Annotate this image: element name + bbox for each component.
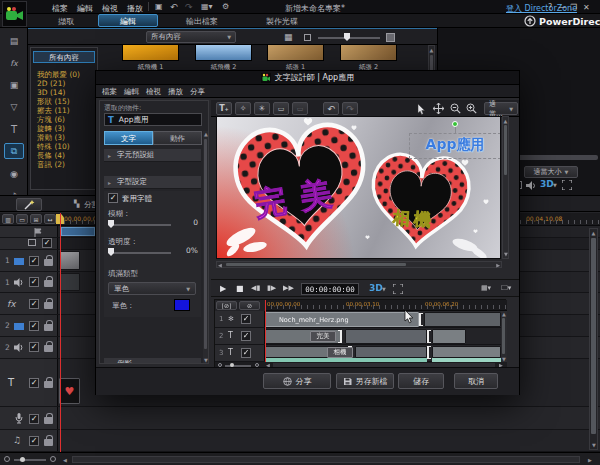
designer-zoom-dropdown[interactable]: 適當... ▼ — [484, 102, 518, 115]
play-icon[interactable]: ▶ — [220, 284, 226, 293]
lock-icon[interactable] — [44, 439, 53, 446]
section-reflection[interactable]: 倒影 — [104, 358, 201, 364]
thumbnail-1[interactable] — [122, 44, 179, 61]
track-voice[interactable]: ✓ — [0, 407, 600, 430]
track-enable-checkbox[interactable]: ✓ — [29, 436, 39, 446]
apply-font-face-checkbox[interactable]: ✓ — [108, 193, 118, 203]
scroll-up-icon[interactable]: ▲ — [590, 230, 597, 236]
designer-vscroll[interactable]: ▲ ▼ — [501, 311, 507, 362]
group-button[interactable]: ▭ — [292, 102, 308, 115]
fullscreen-icon[interactable] — [562, 180, 572, 190]
dialog-menu-view[interactable]: 檢視 — [146, 87, 161, 97]
fit-timeline-icon[interactable]: ↔ — [44, 214, 56, 224]
effect-room-icon[interactable]: fx — [4, 55, 24, 71]
title-text-app[interactable]: App應用 — [410, 136, 500, 154]
track-enable-checkbox[interactable]: ✓ — [241, 314, 251, 324]
range-select-icon[interactable]: ▭ — [16, 214, 28, 224]
align-button[interactable]: ▭ — [273, 102, 289, 115]
track-enable-checkbox[interactable]: ✓ — [29, 256, 39, 266]
pip-objects-room-icon[interactable]: ▣ — [4, 77, 24, 93]
menu-play[interactable]: 播放 — [127, 3, 143, 14]
designer-track-3[interactable]: 3 T ✓ 相機 — [215, 345, 507, 362]
dialog-menu-play[interactable]: 播放 — [168, 87, 183, 97]
chapter-flag-icon[interactable] — [28, 239, 36, 246]
blur-slider-thumb[interactable] — [108, 220, 114, 228]
category-audio[interactable]: 音訊 (2) — [37, 160, 65, 170]
insert-particle-button[interactable]: ✧ — [235, 102, 251, 115]
title-clip-b[interactable] — [345, 329, 427, 344]
designer-playhead[interactable] — [265, 300, 266, 362]
lock-icon[interactable] — [44, 345, 53, 352]
menu-edit[interactable]: 編輯 — [77, 3, 93, 14]
monitor-options-icon[interactable]: 🖵▾ — [501, 284, 511, 292]
preview-vscroll[interactable]: ▲ ▼ — [502, 116, 509, 259]
save-project-icon[interactable]: ▣ — [155, 2, 163, 11]
audio-clip[interactable] — [59, 273, 80, 291]
timeline-vscroll[interactable]: ▲ ▼ — [589, 228, 598, 450]
color-swatch[interactable] — [174, 299, 190, 311]
dialog-menu-edit[interactable]: 編輯 — [124, 87, 139, 97]
cancel-button[interactable]: 取消 — [454, 373, 498, 389]
help-button[interactable]: ? — [548, 3, 552, 12]
dialog-menu-file[interactable]: 檔案 — [102, 87, 117, 97]
title-clip-c[interactable] — [432, 329, 466, 344]
lock-icon[interactable] — [44, 302, 53, 309]
select-tool-icon[interactable] — [417, 104, 427, 115]
login-directorzone-link[interactable]: 登入 DirectorZone — [506, 3, 577, 14]
opacity-slider[interactable] — [109, 252, 171, 254]
track-enable-checkbox[interactable]: ✓ — [29, 277, 39, 287]
settings-gear-icon[interactable]: ⚙ — [222, 2, 229, 11]
designer-track-1[interactable]: 1 ✻ ✓ Noch_mehr_Herz.png — [215, 311, 507, 328]
section-character-presets[interactable]: 字元預設組 — [104, 149, 201, 162]
redo-button[interactable]: ↷ — [342, 102, 358, 115]
lock-icon[interactable] — [44, 324, 53, 331]
add-track-icon[interactable]: ⊞ — [30, 214, 42, 224]
save-button[interactable]: 儲存 — [398, 373, 444, 389]
rotate-handle[interactable] — [452, 121, 458, 127]
thumb-size-small-icon[interactable] — [304, 34, 311, 41]
minimize-button[interactable]: — — [558, 3, 566, 12]
zoom-out-icon[interactable] — [4, 456, 10, 462]
zoom-out-tool-icon[interactable] — [450, 103, 461, 114]
category-all-selected[interactable]: 所有內容 — [33, 51, 95, 63]
stop-icon[interactable]: ■ — [236, 284, 244, 293]
transition-room-icon[interactable]: ⧉ — [4, 143, 24, 159]
undo-icon[interactable]: ↶ — [170, 2, 178, 12]
lock-icon[interactable] — [44, 381, 53, 388]
audio-mixing-room-icon[interactable]: ◉ — [4, 166, 24, 182]
properties-scrollbar[interactable]: ▲ ▼ — [203, 131, 209, 363]
title-clip-c[interactable] — [432, 346, 501, 358]
tab-motion[interactable]: 動作 — [153, 131, 202, 145]
track-manager-icon[interactable]: ▥ — [2, 214, 14, 224]
save-as-button[interactable]: 另存新檔 — [336, 373, 394, 389]
title-text-sub[interactable]: 相機 — [391, 207, 435, 230]
media-room-icon[interactable]: ▤ — [4, 33, 24, 49]
mode-3d-toggle[interactable]: 3D — [540, 179, 554, 189]
next-frame-icon[interactable]: ▮▶ — [267, 284, 276, 292]
viewer-zoom-dropdown[interactable]: 適當大小 ▼ — [524, 166, 578, 178]
title-text-app-selection[interactable]: App應用 — [409, 133, 501, 159]
title-room-icon[interactable]: T — [4, 121, 24, 137]
lock-icon[interactable] — [44, 417, 53, 424]
timeline-zoom-thumb[interactable] — [20, 457, 25, 462]
track-enable-checkbox[interactable]: ✓ — [29, 342, 39, 352]
track-enable-checkbox[interactable]: ✓ — [29, 414, 39, 424]
category-3d[interactable]: 3D (14) — [37, 88, 65, 97]
share-button[interactable]: 分享 — [263, 373, 331, 389]
menu-file[interactable]: 檔案 — [52, 3, 68, 14]
restore-button[interactable]: ❐ — [570, 3, 577, 12]
insert-text-button[interactable]: T₊ — [216, 102, 232, 115]
thumbnail-3[interactable] — [267, 44, 324, 61]
image-clip-tail[interactable] — [424, 312, 501, 327]
grid-view-icon[interactable]: ▦ — [284, 32, 293, 42]
scroll-up-icon[interactable]: ▲ — [429, 47, 434, 53]
close-button[interactable]: ✕ — [583, 3, 590, 12]
image-clip[interactable]: Noch_mehr_Herz.png — [265, 312, 419, 327]
fast-forward-icon[interactable]: ▶▶ — [283, 284, 294, 292]
mute-all-button[interactable]: [⊘] — [216, 301, 237, 310]
tab-text[interactable]: 文字 — [104, 131, 153, 145]
thumb-size-slider-thumb[interactable] — [344, 33, 350, 41]
dialog-menu-share[interactable]: 分享 — [190, 87, 205, 97]
pan-tool-icon[interactable] — [433, 103, 444, 114]
video-clip[interactable] — [59, 251, 80, 270]
